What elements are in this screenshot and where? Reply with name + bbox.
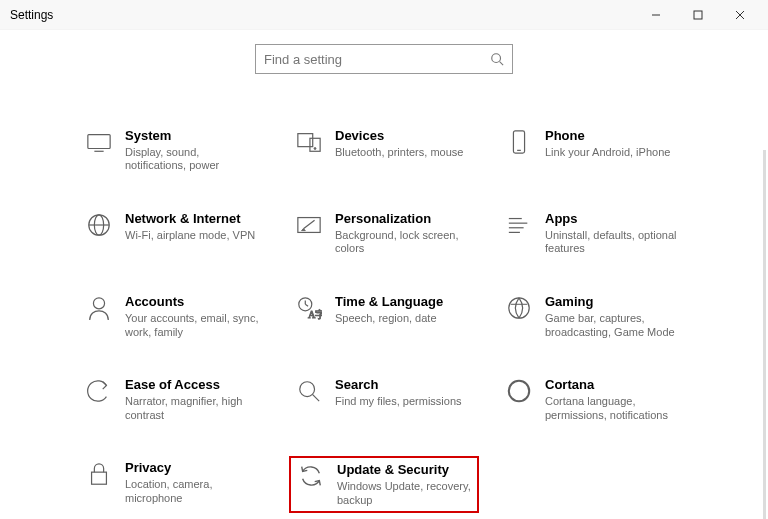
tile-title: Personalization	[335, 211, 470, 227]
tile-title: Privacy	[125, 460, 260, 476]
tile-description: Wi-Fi, airplane mode, VPN	[125, 229, 255, 243]
tile-title: Devices	[335, 128, 463, 144]
svg-point-30	[509, 381, 529, 401]
tile-description: Location, camera, microphone	[125, 478, 260, 506]
tile-title: System	[125, 128, 260, 144]
close-button[interactable]	[722, 3, 758, 27]
category-tile-privacy[interactable]: PrivacyLocation, camera, microphone	[79, 456, 269, 513]
apps-icon	[505, 211, 533, 239]
tile-description: Display, sound, notifications, power	[125, 146, 260, 174]
svg-line-29	[313, 395, 319, 401]
tile-title: Accounts	[125, 294, 260, 310]
scrollbar[interactable]	[763, 150, 766, 519]
tile-title: Network & Internet	[125, 211, 255, 227]
tile-description: Windows Update, recovery, backup	[337, 480, 471, 508]
tile-title: Apps	[545, 211, 680, 227]
svg-text:A字: A字	[308, 309, 322, 320]
tile-description: Narrator, magnifier, high contrast	[125, 395, 260, 423]
svg-point-4	[492, 54, 501, 63]
minimize-button[interactable]	[638, 3, 674, 27]
category-tile-network-internet[interactable]: Network & InternetWi-Fi, airplane mode, …	[79, 207, 269, 260]
category-tile-gaming[interactable]: GamingGame bar, captures, broadcasting, …	[499, 290, 689, 343]
tile-description: Cortana language, permissions, notificat…	[545, 395, 680, 423]
tile-description: Link your Android, iPhone	[545, 146, 670, 160]
tile-description: Uninstall, defaults, optional features	[545, 229, 680, 257]
svg-point-26	[509, 298, 529, 318]
category-tile-time-language[interactable]: A字Time & LanguageSpeech, region, date	[289, 290, 479, 343]
svg-point-21	[93, 298, 104, 309]
accounts-icon	[85, 294, 113, 322]
tile-description: Background, lock screen, colors	[335, 229, 470, 257]
gaming-icon	[505, 294, 533, 322]
devices-icon	[295, 128, 323, 156]
phone-icon	[505, 128, 533, 156]
cortana-icon	[505, 377, 533, 405]
svg-rect-31	[92, 473, 107, 485]
tile-title: Gaming	[545, 294, 680, 310]
svg-line-24	[305, 304, 308, 306]
tile-description: Game bar, captures, broadcasting, Game M…	[545, 312, 680, 340]
svg-line-5	[500, 62, 504, 66]
privacy-icon	[85, 460, 113, 488]
tile-title: Phone	[545, 128, 670, 144]
personalize-icon	[295, 211, 323, 239]
svg-rect-1	[694, 11, 702, 19]
window-controls	[638, 3, 758, 27]
svg-rect-6	[88, 135, 110, 149]
search-cat-icon	[295, 377, 323, 405]
window-title: Settings	[10, 8, 638, 22]
svg-point-28	[300, 382, 315, 397]
tile-description: Your accounts, email, sync, work, family	[125, 312, 260, 340]
category-tile-devices[interactable]: DevicesBluetooth, printers, mouse	[289, 124, 479, 177]
category-tile-personalization[interactable]: PersonalizationBackground, lock screen, …	[289, 207, 479, 260]
svg-point-10	[314, 148, 316, 150]
search-placeholder: Find a setting	[264, 52, 490, 67]
category-tile-phone[interactable]: PhoneLink your Android, iPhone	[499, 124, 689, 177]
title-bar: Settings	[0, 0, 768, 30]
category-tile-accounts[interactable]: AccountsYour accounts, email, sync, work…	[79, 290, 269, 343]
network-icon	[85, 211, 113, 239]
maximize-button[interactable]	[680, 3, 716, 27]
category-tile-search[interactable]: SearchFind my files, permissions	[289, 373, 479, 426]
category-tile-cortana[interactable]: CortanaCortana language, permissions, no…	[499, 373, 689, 426]
tile-title: Search	[335, 377, 462, 393]
category-tile-ease-of-access[interactable]: Ease of AccessNarrator, magnifier, high …	[79, 373, 269, 426]
category-grid: SystemDisplay, sound, notifications, pow…	[79, 124, 689, 513]
content-area: Find a setting SystemDisplay, sound, not…	[0, 30, 768, 519]
category-tile-system[interactable]: SystemDisplay, sound, notifications, pow…	[79, 124, 269, 177]
category-tile-update-security[interactable]: Update & SecurityWindows Update, recover…	[289, 456, 479, 513]
update-icon	[297, 462, 325, 490]
system-icon	[85, 128, 113, 156]
ease-icon	[85, 377, 113, 405]
tile-title: Time & Language	[335, 294, 443, 310]
tile-title: Cortana	[545, 377, 680, 393]
tile-description: Find my files, permissions	[335, 395, 462, 409]
tile-description: Speech, region, date	[335, 312, 443, 326]
category-tile-apps[interactable]: AppsUninstall, defaults, optional featur…	[499, 207, 689, 260]
search-input[interactable]: Find a setting	[255, 44, 513, 74]
tile-description: Bluetooth, printers, mouse	[335, 146, 463, 160]
tile-title: Update & Security	[337, 462, 471, 478]
time-icon: A字	[295, 294, 323, 322]
search-icon	[490, 52, 504, 66]
tile-title: Ease of Access	[125, 377, 260, 393]
